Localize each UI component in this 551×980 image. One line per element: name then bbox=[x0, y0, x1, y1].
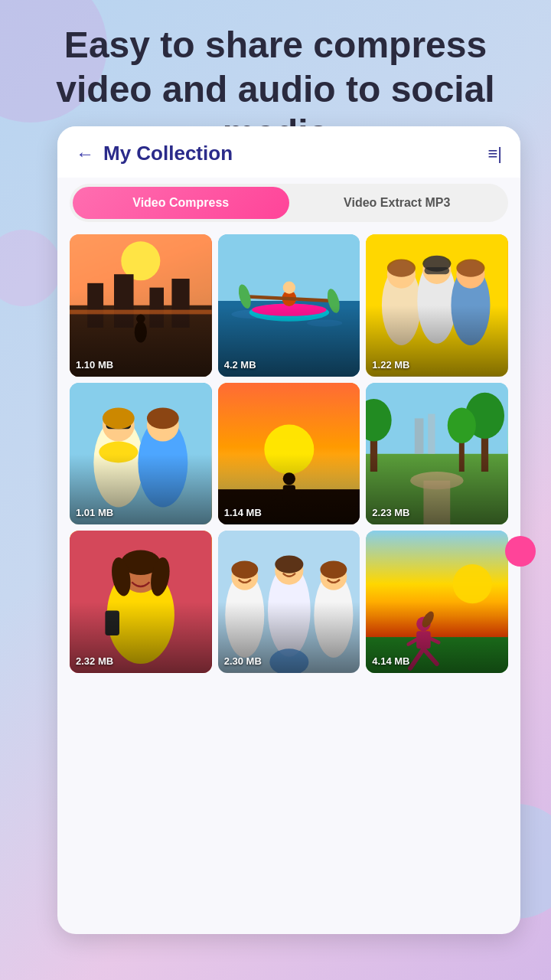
size-label-2: 4.2 MB bbox=[224, 359, 256, 371]
svg-point-58 bbox=[448, 407, 476, 443]
grid-item-1[interactable]: 1.10 MB bbox=[70, 234, 212, 377]
grid-item-7[interactable]: 2.32 MB bbox=[70, 531, 212, 673]
size-label-6: 2.23 MB bbox=[372, 507, 409, 518]
svg-point-39 bbox=[147, 407, 179, 429]
svg-point-78 bbox=[275, 556, 303, 573]
svg-rect-61 bbox=[415, 418, 424, 453]
grid-item-4[interactable]: 1.01 MB bbox=[70, 383, 212, 525]
card-header: ← My Collection ≡| bbox=[57, 126, 520, 178]
svg-rect-62 bbox=[429, 413, 435, 453]
grid-item-5[interactable]: 1.14 MB bbox=[218, 383, 360, 525]
size-label-3: 1.22 MB bbox=[372, 359, 409, 371]
svg-point-29 bbox=[387, 259, 416, 276]
tab-video-compress[interactable]: Video Compress bbox=[73, 187, 289, 219]
tab-bar: Video Compress Video Extract MP3 bbox=[70, 184, 508, 222]
size-label-8: 2.30 MB bbox=[224, 655, 262, 667]
svg-point-17 bbox=[282, 282, 295, 294]
app-card: ← My Collection ≡| Video Compress Video … bbox=[57, 126, 520, 934]
pink-dot-decoration bbox=[505, 536, 536, 567]
svg-point-38 bbox=[103, 407, 135, 429]
grid-item-2[interactable]: 4.2 MB bbox=[218, 234, 360, 377]
size-label-9: 4.14 MB bbox=[372, 655, 409, 667]
media-grid: 1.10 MB bbox=[57, 234, 520, 673]
size-label-7: 2.32 MB bbox=[76, 655, 113, 667]
tab-video-extract[interactable]: Video Extract MP3 bbox=[289, 187, 506, 219]
bg-decoration-3 bbox=[0, 230, 61, 306]
grid-item-6[interactable]: 2.23 MB bbox=[366, 383, 508, 525]
back-button[interactable]: ← bbox=[76, 143, 94, 165]
sort-icon[interactable]: ≡| bbox=[487, 144, 502, 164]
grid-item-8[interactable]: 2.30 MB bbox=[218, 531, 360, 673]
size-label-4: 1.01 MB bbox=[76, 507, 113, 518]
svg-point-79 bbox=[320, 561, 347, 579]
size-label-5: 1.14 MB bbox=[224, 507, 262, 518]
svg-point-77 bbox=[231, 561, 258, 579]
grid-item-3[interactable]: 1.22 MB bbox=[366, 234, 508, 377]
grid-item-9[interactable]: 4.14 MB bbox=[366, 531, 508, 673]
svg-point-30 bbox=[423, 256, 452, 272]
svg-point-82 bbox=[453, 564, 492, 603]
svg-point-31 bbox=[457, 259, 485, 276]
size-label-1: 1.10 MB bbox=[76, 359, 113, 371]
page-title: My Collection bbox=[103, 142, 487, 165]
